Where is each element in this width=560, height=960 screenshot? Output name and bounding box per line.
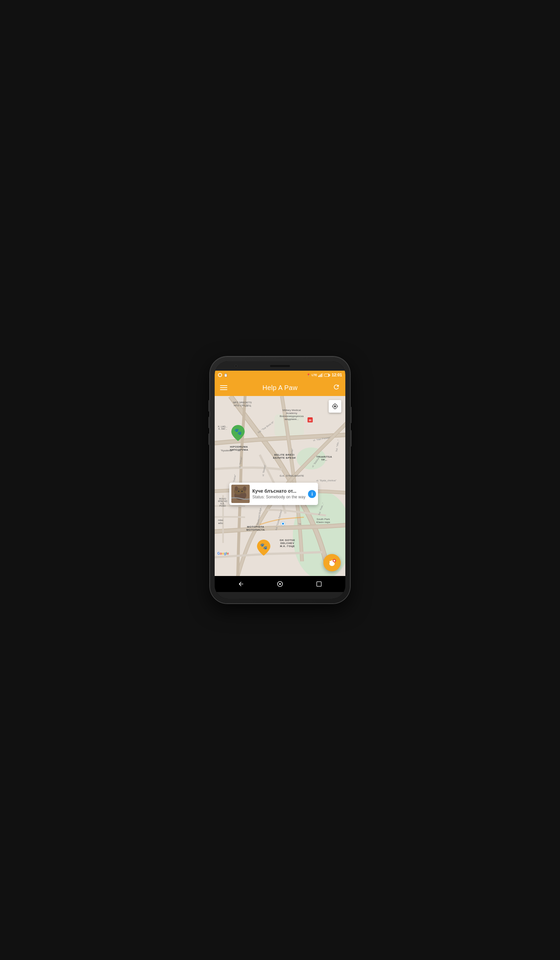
svg-text:H: H xyxy=(309,418,311,422)
svg-rect-2 xyxy=(321,374,322,377)
popup-text-content: Куче блъснато от... Status: Somebody on … xyxy=(252,488,306,499)
bottom-navigation xyxy=(215,576,345,592)
menu-button[interactable] xyxy=(220,386,227,390)
svg-point-32 xyxy=(279,583,281,585)
user-location-dot xyxy=(281,522,285,525)
svg-point-26 xyxy=(331,560,333,562)
svg-text:🐾: 🐾 xyxy=(234,428,242,435)
notification-icon xyxy=(218,373,222,377)
svg-rect-6 xyxy=(330,374,330,376)
phone-device: 📋 📍 LTE 12:01 xyxy=(210,357,350,603)
svg-point-20 xyxy=(235,486,238,491)
app-title: Help A Paw xyxy=(262,384,297,392)
home-button[interactable] xyxy=(275,579,285,589)
time-display: 12:01 xyxy=(332,373,342,377)
sim-icon: 📋 xyxy=(224,373,228,377)
refresh-button[interactable] xyxy=(333,383,340,392)
svg-rect-0 xyxy=(318,376,319,377)
phone-bottom-bar xyxy=(215,592,345,599)
map-container[interactable]: H NPZ SREDETSНПЗ СРЕДЕЦ Military Medical… xyxy=(215,396,345,576)
popup-animal-image xyxy=(231,485,250,503)
lte-label: LTE xyxy=(312,373,317,377)
status-left: 📋 xyxy=(218,373,228,377)
recents-button[interactable] xyxy=(314,579,324,589)
svg-point-22 xyxy=(238,491,239,492)
info-icon-label: i xyxy=(311,491,313,497)
svg-rect-5 xyxy=(325,374,328,376)
front-camera xyxy=(235,365,237,367)
location-icon: 📍 xyxy=(306,373,310,377)
phone-top-bar xyxy=(215,361,345,371)
popup-status: Status: Somebody on the way xyxy=(252,494,306,499)
google-watermark: Google xyxy=(217,550,229,556)
popup-title: Куче блъснато от... xyxy=(252,488,306,494)
screen: 📋 📍 LTE 12:01 xyxy=(215,371,345,592)
marker-green[interactable]: 🐾 xyxy=(231,424,245,442)
phone-screen: 📋 📍 LTE 12:01 xyxy=(215,361,345,599)
marker-orange[interactable]: 🐾 xyxy=(256,539,271,556)
status-bar: 📋 📍 LTE 12:01 xyxy=(215,371,345,379)
svg-rect-33 xyxy=(317,582,322,586)
svg-rect-3 xyxy=(322,373,323,377)
svg-point-21 xyxy=(243,486,246,491)
my-location-button[interactable] xyxy=(329,400,341,413)
back-button[interactable] xyxy=(236,579,246,589)
speaker xyxy=(270,365,290,367)
status-right: 📍 LTE 12:01 xyxy=(306,373,342,377)
svg-point-25 xyxy=(330,561,331,563)
info-popup[interactable]: Куче блъснато от... Status: Somebody on … xyxy=(229,483,318,505)
popup-info-button[interactable]: i xyxy=(308,490,316,498)
svg-rect-30 xyxy=(334,560,335,562)
signal-bars xyxy=(318,373,323,377)
svg-rect-1 xyxy=(320,375,321,377)
svg-point-23 xyxy=(242,491,243,492)
add-report-button[interactable] xyxy=(323,554,341,571)
app-bar: Help A Paw xyxy=(215,379,345,396)
svg-text:🐾: 🐾 xyxy=(260,542,268,550)
battery-icon xyxy=(324,373,330,377)
